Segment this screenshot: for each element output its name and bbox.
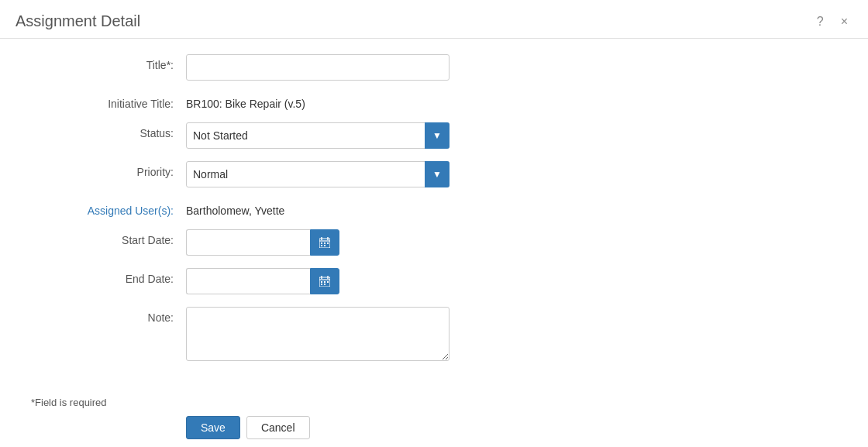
initiative-title-value: BR100: Bike Repair (v.5) — [186, 93, 305, 110]
svg-rect-16 — [321, 284, 322, 285]
calendar-icon — [319, 237, 330, 248]
calendar-icon — [319, 276, 330, 287]
title-label: Title*: — [31, 54, 186, 71]
title-row: Title*: — [31, 54, 837, 81]
end-date-row: End Date: — [31, 268, 837, 294]
note-row: Note: — [31, 307, 837, 361]
save-button[interactable]: Save — [186, 416, 240, 439]
priority-row: Priority: Low Normal High Critical ▼ — [31, 161, 837, 187]
start-date-input[interactable] — [186, 229, 310, 256]
start-date-row: Start Date: — [31, 229, 837, 256]
required-note: *Field is required — [31, 397, 837, 408]
help-button[interactable]: ? — [812, 13, 828, 30]
header-actions: ? × — [812, 13, 852, 30]
title-input[interactable] — [186, 54, 450, 81]
priority-select[interactable]: Low Normal High Critical — [186, 161, 450, 187]
close-button[interactable]: × — [836, 13, 852, 30]
footer-buttons: Save Cancel — [31, 416, 837, 439]
status-label: Status: — [31, 122, 186, 139]
end-date-calendar-button[interactable] — [310, 268, 339, 294]
assigned-users-row: Assigned User(s): Bartholomew, Yvette — [31, 200, 837, 217]
end-date-wrapper — [186, 268, 339, 294]
svg-rect-15 — [327, 281, 329, 283]
status-select[interactable]: Not Started In Progress Complete On Hold — [186, 122, 450, 149]
svg-rect-8 — [324, 245, 326, 246]
status-row: Status: Not Started In Progress Complete… — [31, 122, 837, 149]
priority-select-wrapper: Low Normal High Critical ▼ — [186, 161, 450, 187]
end-date-input[interactable] — [186, 268, 310, 294]
dialog-header: Assignment Detail ? × — [0, 0, 868, 39]
dialog-body: Title*: Initiative Title: BR100: Bike Re… — [0, 39, 868, 389]
dialog-title: Assignment Detail — [16, 12, 140, 30]
initiative-title-row: Initiative Title: BR100: Bike Repair (v.… — [31, 93, 837, 110]
svg-rect-14 — [324, 281, 326, 283]
priority-label: Priority: — [31, 161, 186, 178]
start-date-wrapper — [186, 229, 339, 256]
assignment-detail-dialog: Assignment Detail ? × Title*: Initiative… — [0, 0, 868, 447]
assigned-users-label[interactable]: Assigned User(s): — [31, 200, 186, 217]
assigned-users-value: Bartholomew, Yvette — [186, 200, 284, 217]
initiative-title-label: Initiative Title: — [31, 93, 186, 110]
end-date-label: End Date: — [31, 268, 186, 285]
svg-rect-13 — [321, 281, 322, 283]
svg-rect-6 — [327, 242, 329, 244]
start-date-label: Start Date: — [31, 229, 186, 246]
status-select-wrapper: Not Started In Progress Complete On Hold… — [186, 122, 450, 149]
dialog-footer: *Field is required Save Cancel — [0, 389, 868, 447]
cancel-button[interactable]: Cancel — [246, 416, 310, 439]
note-label: Note: — [31, 307, 186, 324]
svg-rect-7 — [321, 245, 322, 246]
start-date-calendar-button[interactable] — [310, 229, 339, 256]
svg-rect-4 — [321, 242, 322, 244]
note-input[interactable] — [186, 307, 450, 361]
svg-rect-5 — [324, 242, 326, 244]
svg-rect-17 — [324, 284, 326, 285]
